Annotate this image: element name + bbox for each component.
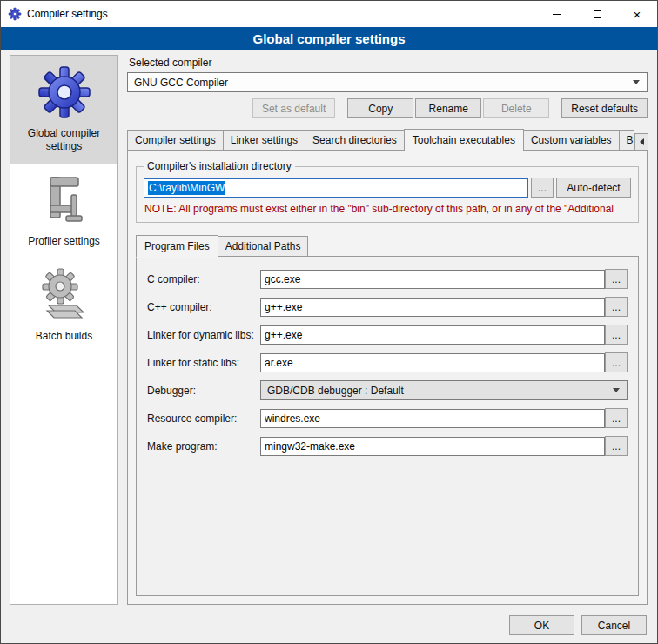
installation-directory-group: Compiler's installation directory C:\ray…	[136, 160, 639, 223]
dynamic-linker-input-wrap	[260, 325, 605, 345]
dynamic-linker-input[interactable]	[265, 325, 601, 345]
profiler-clamp-icon	[37, 172, 92, 228]
delete-button[interactable]: Delete	[483, 98, 549, 118]
tab-build-options[interactable]: Build	[619, 130, 634, 151]
debugger-value: GDB/CDB debugger : Default	[267, 385, 609, 397]
window-title: Compiler settings	[27, 8, 108, 20]
dynamic-linker-row: Linker for dynamic libs: ...	[147, 325, 628, 345]
program-files-page: C compiler: ... C++ compiler: ...	[136, 256, 639, 596]
install-dir-browse-button[interactable]: ...	[531, 178, 554, 198]
subtab-program-files[interactable]: Program Files	[136, 235, 218, 258]
debugger-row: Debugger: GDB/CDB debugger : Default	[147, 380, 628, 400]
sidebar-item-global-compiler-settings[interactable]: Global compiler settings	[10, 56, 118, 164]
dialog-banner: Global compiler settings	[1, 27, 657, 50]
install-dir-selected-text: C:\raylib\MinGW	[148, 181, 225, 195]
c-compiler-input-wrap	[260, 270, 605, 289]
resource-compiler-input[interactable]	[265, 409, 601, 428]
titlebar[interactable]: Compiler settings ×	[1, 1, 657, 27]
static-linker-input[interactable]	[265, 353, 601, 372]
sidebar-item-profiler-settings[interactable]: Profiler settings	[10, 164, 118, 258]
static-linker-row: Linker for static libs: ...	[147, 352, 628, 372]
subtab-additional-paths[interactable]: Additional Paths	[218, 236, 309, 257]
maximize-button[interactable]	[577, 1, 617, 27]
settings-tabstrip: Compiler settings Linker settings Search…	[127, 129, 648, 151]
make-program-browse-button[interactable]: ...	[605, 436, 628, 456]
debugger-label: Debugger:	[147, 385, 260, 397]
set-as-default-button[interactable]: Set as default	[252, 98, 335, 118]
compiler-actions: Set as default Copy Rename Delete Reset …	[127, 98, 648, 118]
minimize-button[interactable]	[537, 1, 577, 27]
chevron-down-icon	[609, 381, 623, 399]
sidebar-item-label: Batch builds	[14, 330, 114, 343]
cpp-compiler-input[interactable]	[265, 298, 601, 317]
sidebar-item-label: Global compiler settings	[14, 127, 114, 153]
toolchain-subtabs: Program Files Additional Paths	[136, 235, 639, 257]
installation-directory-legend: Compiler's installation directory	[144, 160, 295, 172]
sidebar-item-label: Profiler settings	[14, 235, 114, 248]
tab-toolchain-executables[interactable]: Toolchain executables	[404, 129, 524, 151]
toolchain-executables-page: Compiler's installation directory C:\ray…	[127, 151, 648, 605]
tab-compiler-settings[interactable]: Compiler settings	[127, 130, 224, 151]
selected-compiler-value: GNU GCC Compiler	[134, 77, 629, 89]
tab-custom-variables[interactable]: Custom variables	[523, 130, 620, 151]
install-dir-input[interactable]: C:\raylib\MinGW	[144, 178, 528, 198]
make-program-label: Make program:	[147, 440, 260, 453]
close-icon: ×	[634, 8, 641, 21]
dynamic-linker-label: Linker for dynamic libs:	[147, 329, 260, 341]
make-program-input[interactable]	[265, 437, 601, 456]
tab-linker-settings[interactable]: Linker settings	[223, 130, 306, 151]
blue-gear-icon	[37, 64, 92, 120]
chevron-left-icon	[640, 138, 644, 145]
tab-scroll-left-button[interactable]	[634, 133, 648, 151]
reset-defaults-button[interactable]: Reset defaults	[561, 98, 648, 118]
tab-search-directories[interactable]: Search directories	[305, 130, 405, 151]
settings-category-list: Global compiler settings Profiler set	[10, 55, 118, 605]
debugger-dropdown[interactable]: GDB/CDB debugger : Default	[260, 380, 628, 400]
static-linker-input-wrap	[260, 353, 605, 372]
resource-compiler-row: Resource compiler: ...	[147, 408, 628, 428]
make-program-row: Make program: ...	[147, 436, 628, 456]
cpp-compiler-input-wrap	[260, 298, 605, 317]
static-linker-browse-button[interactable]: ...	[605, 352, 628, 372]
rename-button[interactable]: Rename	[415, 98, 481, 118]
sidebar-item-batch-builds[interactable]: Batch builds	[10, 258, 118, 353]
app-gear-icon	[8, 7, 22, 21]
selected-compiler-label: Selected compiler	[129, 57, 648, 69]
close-button[interactable]: ×	[617, 1, 657, 27]
grey-gear-stack-icon	[37, 267, 92, 323]
ok-button[interactable]: OK	[509, 615, 574, 635]
cancel-button[interactable]: Cancel	[581, 615, 647, 635]
auto-detect-button[interactable]: Auto-detect	[556, 178, 631, 198]
maximize-icon	[594, 10, 601, 18]
resource-compiler-label: Resource compiler:	[147, 413, 260, 425]
resource-compiler-input-wrap	[260, 409, 605, 428]
cpp-compiler-label: C++ compiler:	[147, 301, 260, 313]
c-compiler-browse-button[interactable]: ...	[605, 269, 628, 289]
dialog-footer: OK Cancel	[1, 612, 657, 643]
c-compiler-row: C compiler: ...	[147, 269, 628, 289]
c-compiler-input[interactable]	[265, 270, 601, 289]
static-linker-label: Linker for static libs:	[147, 357, 260, 369]
banner-title: Global compiler settings	[252, 31, 405, 46]
dynamic-linker-browse-button[interactable]: ...	[605, 325, 628, 345]
resource-compiler-browse-button[interactable]: ...	[605, 408, 628, 428]
make-program-input-wrap	[260, 437, 605, 456]
bin-subdirectory-note: NOTE: All programs must exist either in …	[144, 203, 630, 215]
copy-button[interactable]: Copy	[347, 98, 413, 118]
minimize-icon	[553, 14, 561, 15]
selected-compiler-dropdown[interactable]: GNU GCC Compiler	[127, 72, 648, 92]
chevron-down-icon	[629, 73, 643, 91]
cpp-compiler-row: C++ compiler: ...	[147, 297, 628, 317]
cpp-compiler-browse-button[interactable]: ...	[605, 297, 628, 317]
compiler-settings-dialog: Compiler settings × Global compiler sett…	[0, 0, 658, 644]
c-compiler-label: C compiler:	[147, 273, 260, 285]
